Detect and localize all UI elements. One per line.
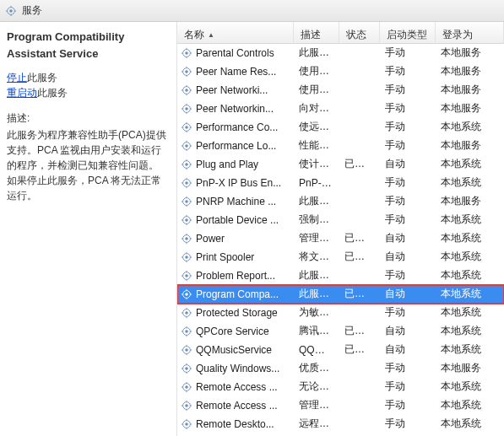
service-desc: 向对… bbox=[294, 101, 339, 116]
service-name: Remote Deskto... bbox=[196, 418, 274, 430]
service-desc: 无论… bbox=[294, 379, 339, 394]
description-body: 此服务为程序兼容性助手(PCA)提供支持。PCA 监视由用户安装和运行的程序，并… bbox=[7, 127, 168, 203]
service-logon-as: 本地系统 bbox=[436, 287, 504, 301]
service-logon-as: 本地服务 bbox=[436, 138, 504, 153]
svg-point-109 bbox=[185, 367, 188, 370]
service-row[interactable]: Peer Networkin...向对…手动本地服务 bbox=[177, 100, 504, 118]
gear-icon bbox=[181, 363, 192, 374]
service-list-pane: 名称 ▲ 描述 状态 启动类型 登录为 Parental Controls此服…… bbox=[177, 22, 504, 436]
service-row[interactable]: PNRP Machine ...此服…手动本地服务 bbox=[177, 192, 504, 211]
column-start-type[interactable]: 启动类型 bbox=[380, 22, 436, 43]
service-logon-as: 本地系统 bbox=[436, 175, 504, 190]
gear-icon bbox=[181, 344, 192, 356]
column-desc[interactable]: 描述 bbox=[294, 22, 339, 43]
service-logon-as: 本地系统 bbox=[436, 305, 504, 320]
service-name: PnP-X IP Bus En... bbox=[196, 177, 281, 189]
service-row[interactable]: Quality Windows...优质…手动本地服务 bbox=[177, 359, 504, 378]
service-name: Parental Controls bbox=[196, 47, 274, 59]
service-row[interactable]: Performance Lo...性能…手动本地服务 bbox=[177, 137, 504, 155]
service-row[interactable]: Remote Access ...管理…手动本地系统 bbox=[177, 396, 504, 415]
stop-link[interactable]: 停止 bbox=[7, 72, 27, 83]
restart-suffix: 此服务 bbox=[37, 87, 68, 99]
service-name: Peer Networkin... bbox=[196, 103, 274, 115]
gear-icon bbox=[181, 418, 192, 430]
service-status: 已启动 bbox=[339, 324, 380, 338]
service-name: PNRP Machine ... bbox=[196, 196, 276, 207]
service-row[interactable]: Problem Report...此服…手动本地系统 bbox=[177, 266, 504, 285]
svg-point-67 bbox=[185, 237, 188, 240]
service-name: Protected Storage bbox=[196, 307, 278, 319]
services-icon bbox=[5, 5, 17, 17]
service-row[interactable]: QPCore Service腾讯…已启动自动本地系统 bbox=[177, 322, 504, 341]
svg-point-49 bbox=[185, 181, 188, 185]
service-desc: 此服… bbox=[294, 46, 339, 60]
service-logon-as: 本地系统 bbox=[436, 213, 504, 227]
service-logon-as: 本地服务 bbox=[436, 194, 504, 208]
service-row[interactable]: Program Compa...此服…已启动自动本地系统 bbox=[177, 285, 504, 304]
svg-point-25 bbox=[185, 107, 188, 110]
gear-icon bbox=[181, 251, 192, 263]
service-row[interactable]: Plug and Play使计…已启动自动本地系统 bbox=[177, 155, 504, 174]
service-name-cell: PNRP Machine ... bbox=[177, 196, 294, 207]
service-desc: 性能… bbox=[294, 138, 339, 153]
service-logon-as: 本地系统 bbox=[436, 417, 504, 431]
gear-icon bbox=[181, 326, 192, 337]
svg-point-1 bbox=[9, 9, 13, 13]
service-row[interactable]: Protected Storage为敏…手动本地系统 bbox=[177, 304, 504, 322]
service-status: 已启动 bbox=[339, 287, 380, 301]
service-status: 已启动 bbox=[339, 342, 380, 357]
svg-point-103 bbox=[185, 348, 188, 352]
service-status: 已启动 bbox=[339, 157, 380, 171]
service-name-cell: Remote Deskto... bbox=[177, 418, 294, 430]
restart-link[interactable]: 重启动 bbox=[7, 87, 37, 99]
service-row[interactable]: QQMusicServiceQQ…已启动自动本地系统 bbox=[177, 341, 504, 359]
service-row[interactable]: Remote Deskto...远程…手动本地系统 bbox=[177, 415, 504, 433]
service-desc: 使远… bbox=[294, 120, 339, 134]
service-start-type: 手动 bbox=[380, 175, 436, 190]
service-row[interactable]: Print Spooler将文…已启动自动本地系统 bbox=[177, 248, 504, 266]
service-row[interactable]: Power管理…已启动自动本地系统 bbox=[177, 229, 504, 248]
column-name[interactable]: 名称 ▲ bbox=[177, 22, 294, 43]
service-logon-as: 本地系统 bbox=[436, 268, 504, 283]
service-desc: 使用… bbox=[294, 83, 339, 97]
svg-point-7 bbox=[185, 51, 188, 55]
service-logon-as: 本地系统 bbox=[436, 250, 504, 264]
svg-point-55 bbox=[185, 200, 188, 203]
service-row[interactable]: Parental Controls此服…手动本地服务 bbox=[177, 44, 504, 62]
gear-icon bbox=[181, 381, 192, 393]
service-name: QQMusicService bbox=[196, 344, 272, 356]
column-header-row: 名称 ▲ 描述 状态 启动类型 登录为 bbox=[177, 22, 504, 44]
service-start-type: 手动 bbox=[380, 417, 436, 431]
svg-point-43 bbox=[185, 163, 188, 166]
service-start-type: 自动 bbox=[380, 250, 436, 264]
service-name-cell: Performance Lo... bbox=[177, 140, 294, 152]
column-logon-as[interactable]: 登录为 bbox=[436, 22, 504, 43]
service-name-cell: Peer Networki... bbox=[177, 84, 294, 96]
service-logon-as: 本地系统 bbox=[436, 398, 504, 412]
service-row[interactable]: PnP-X IP Bus En...PnP-…手动本地系统 bbox=[177, 174, 504, 192]
title-text: 服务 bbox=[22, 3, 42, 18]
service-row[interactable]: Peer Name Res...使用…手动本地服务 bbox=[177, 62, 504, 81]
service-start-type: 手动 bbox=[380, 361, 436, 375]
service-logon-as: 本地系统 bbox=[436, 157, 504, 171]
service-name: Peer Name Res... bbox=[196, 66, 276, 78]
service-row[interactable]: Performance Co...使远…手动本地系统 bbox=[177, 118, 504, 137]
service-start-type: 自动 bbox=[380, 342, 436, 357]
service-rows[interactable]: Parental Controls此服…手动本地服务Peer Name Res.… bbox=[177, 44, 504, 436]
service-logon-as: 本地服务 bbox=[436, 101, 504, 116]
service-start-type: 手动 bbox=[380, 268, 436, 283]
service-name-cell: Remote Access ... bbox=[177, 400, 294, 412]
service-name-cell: Peer Networkin... bbox=[177, 103, 294, 115]
svg-point-97 bbox=[185, 330, 188, 333]
service-name: Peer Networki... bbox=[196, 84, 268, 96]
service-name: Portable Device ... bbox=[196, 214, 279, 226]
service-row[interactable]: Peer Networki...使用…手动本地服务 bbox=[177, 81, 504, 100]
column-status[interactable]: 状态 bbox=[339, 22, 380, 43]
service-row[interactable]: Portable Device ...强制…手动本地系统 bbox=[177, 211, 504, 229]
service-logon-as: 本地系统 bbox=[436, 379, 504, 394]
service-row[interactable]: Remote Access ...无论…手动本地系统 bbox=[177, 378, 504, 396]
service-desc: QQ… bbox=[294, 344, 339, 356]
service-start-type: 手动 bbox=[380, 213, 436, 227]
service-name-cell: Problem Report... bbox=[177, 270, 294, 282]
service-logon-as: 本地系统 bbox=[436, 120, 504, 134]
